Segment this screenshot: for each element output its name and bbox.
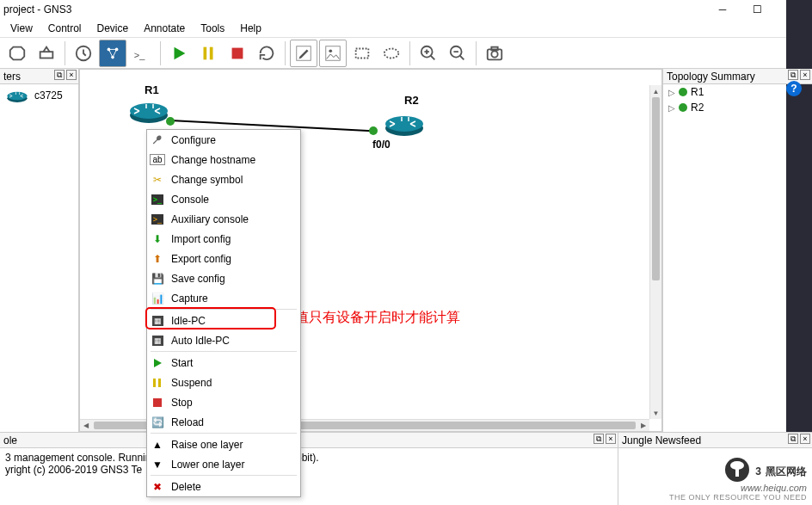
ctx-stop[interactable]: Stop xyxy=(147,392,300,412)
reload-icon[interactable] xyxy=(253,40,280,67)
ctx-export-config[interactable]: ⬆Export config xyxy=(147,249,300,268)
device-template[interactable]: c3725 xyxy=(0,84,78,107)
ctx-console[interactable]: >_Console xyxy=(147,189,300,209)
ctx-suspend[interactable]: Suspend xyxy=(147,373,300,392)
router-r1[interactable] xyxy=(127,95,170,127)
ctx-label: Export config xyxy=(171,253,231,265)
topology-summary-title: Topology Summary xyxy=(667,71,755,83)
svg-point-22 xyxy=(130,103,168,119)
status-dot-icon xyxy=(679,103,687,112)
wrench-icon xyxy=(151,133,164,147)
menu-help[interactable]: Help xyxy=(233,21,268,36)
newsfeed-title: Jungle Newsfeed xyxy=(622,434,701,446)
ctx-reload[interactable]: 🔄Reload xyxy=(147,412,300,432)
svg-point-17 xyxy=(491,51,497,57)
menu-tools[interactable]: Tools xyxy=(194,21,231,36)
help-bubble-icon[interactable]: ? xyxy=(786,81,802,96)
lower-icon: ▼ xyxy=(151,458,164,471)
console-prompt-icon[interactable]: >_ xyxy=(128,40,156,67)
node-label-r2: R2 xyxy=(404,94,419,107)
ctx-auxiliary-console[interactable]: >_Auxiliary console xyxy=(147,209,300,229)
port-status-r2 xyxy=(369,126,378,135)
port-label-r2: f0/0 xyxy=(372,139,391,151)
ctx-lower-one-layer[interactable]: ▼Lower one layer xyxy=(147,454,300,474)
panel-close-icon[interactable]: × xyxy=(606,434,616,444)
console-panel: ole ⧉× 3 management console. Running ws … xyxy=(0,433,618,505)
save-icon[interactable] xyxy=(33,40,60,67)
menubar: View Control Device Annotate Tools Help xyxy=(0,19,812,38)
panel-close-icon[interactable]: × xyxy=(800,434,810,444)
annotate-ellipse-icon[interactable] xyxy=(378,40,405,67)
svg-rect-12 xyxy=(356,48,369,58)
ctx-auto-idle-pc[interactable]: ▦Auto Idle-PC xyxy=(147,330,300,350)
ctx-label: Delete xyxy=(171,481,201,493)
export-icon: ⬆ xyxy=(151,252,164,266)
ctx-label: Console xyxy=(171,194,209,206)
panel-close-icon[interactable]: × xyxy=(800,70,810,80)
clock-icon[interactable] xyxy=(70,40,97,67)
ctx-change-hostname[interactable]: abChange hostname xyxy=(147,150,300,169)
undock-icon[interactable]: ⧉ xyxy=(54,70,65,80)
undock-icon[interactable]: ⧉ xyxy=(788,434,798,444)
menu-control[interactable]: Control xyxy=(41,21,89,36)
undock-icon[interactable]: ⧉ xyxy=(594,434,604,444)
minimize-button[interactable]: ─ xyxy=(705,0,740,19)
calc-icon: ▦ xyxy=(151,314,164,328)
ctx-label: Auto Idle-PC xyxy=(171,335,230,347)
summary-label: R1 xyxy=(691,86,704,98)
open-icon[interactable] xyxy=(3,40,31,67)
zoom-out-icon[interactable] xyxy=(444,40,471,67)
ctx-raise-one-layer[interactable]: ▲Raise one layer xyxy=(147,434,300,454)
svg-rect-10 xyxy=(326,46,341,60)
annotate-edit-icon[interactable] xyxy=(290,40,317,67)
ctx-delete[interactable]: ✖Delete xyxy=(147,477,300,496)
ctx-label: Change symbol xyxy=(171,174,243,186)
ctx-configure[interactable]: Configure xyxy=(147,130,300,150)
ctx-label: Idle-PC xyxy=(171,315,206,327)
svg-rect-0 xyxy=(40,52,53,58)
ctx-label: Raise one layer xyxy=(171,439,243,451)
ctx-change-symbol[interactable]: ✂Change symbol xyxy=(147,169,300,189)
maximize-button[interactable]: ☐ xyxy=(740,0,774,19)
annotate-image-icon[interactable] xyxy=(319,40,347,67)
pause-all-icon[interactable] xyxy=(194,40,222,67)
pause-icon xyxy=(151,376,164,390)
ctx-label: Save config xyxy=(171,273,225,285)
ctx-save-config[interactable]: 💾Save config xyxy=(147,268,300,288)
ctx-start[interactable]: Start xyxy=(147,353,300,373)
screenshot-icon[interactable] xyxy=(481,40,508,67)
undock-icon[interactable]: ⧉ xyxy=(788,70,798,80)
svg-point-13 xyxy=(384,48,399,58)
canvas-scrollbar-v[interactable]: ▲▼ xyxy=(649,85,661,419)
menu-annotate[interactable]: Annotate xyxy=(137,21,192,36)
summary-label: R2 xyxy=(691,102,704,114)
node-label-r1: R1 xyxy=(145,83,159,96)
zoom-in-icon[interactable] xyxy=(415,40,442,67)
ctx-label: Stop xyxy=(171,397,193,409)
ctx-import-config[interactable]: ⬇Import config xyxy=(147,229,300,249)
expand-icon[interactable]: ▷ xyxy=(668,88,675,97)
menu-device[interactable]: Device xyxy=(89,21,135,36)
tag-icon: ab xyxy=(151,153,164,167)
context-menu: ConfigureabChange hostname✂Change symbol… xyxy=(146,129,301,497)
svg-text:>_: >_ xyxy=(134,49,145,59)
stop-all-icon[interactable] xyxy=(224,40,251,67)
ctx-idle-pc[interactable]: ▦Idle-PC xyxy=(147,311,300,330)
play-all-icon[interactable] xyxy=(165,40,193,67)
ctx-label: Suspend xyxy=(171,377,212,389)
expand-icon[interactable]: ▷ xyxy=(668,103,675,113)
annotate-rect-icon[interactable] xyxy=(348,40,376,67)
toolbar: >_ xyxy=(0,38,812,69)
network-icon[interactable] xyxy=(99,40,126,67)
terminal2-icon: >_ xyxy=(151,212,164,226)
svg-point-20 xyxy=(7,92,27,101)
svg-rect-7 xyxy=(210,46,213,59)
router-r2[interactable] xyxy=(383,108,426,140)
panel-close-icon[interactable]: × xyxy=(66,70,77,80)
ctx-label: Reload xyxy=(171,416,204,428)
ctx-label: Auxiliary console xyxy=(171,213,249,225)
save-icon: 💾 xyxy=(151,272,164,286)
ctx-capture[interactable]: 📊Capture xyxy=(147,288,300,308)
menu-view[interactable]: View xyxy=(3,21,40,36)
console-output[interactable]: 3 management console. Running ws (64-bit… xyxy=(0,448,618,479)
